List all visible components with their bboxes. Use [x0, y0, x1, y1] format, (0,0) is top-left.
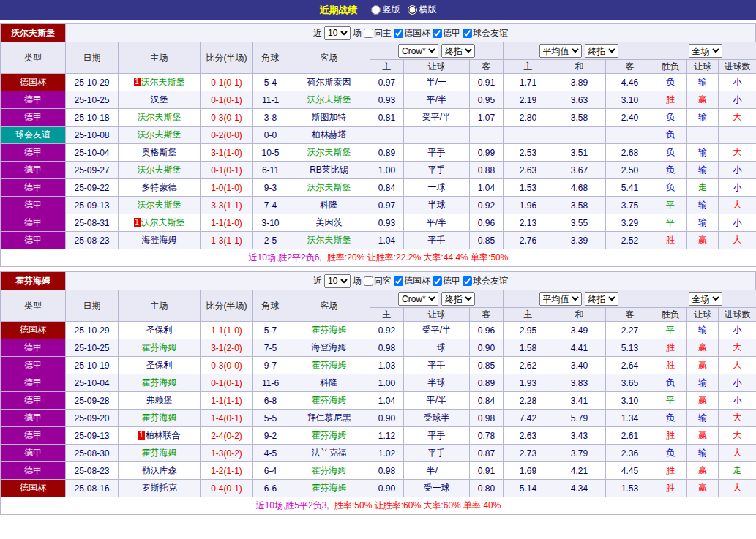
friendly-filter[interactable]: 球会友谊 [463, 27, 508, 39]
bundesliga-filter[interactable]: 德甲 [433, 275, 460, 287]
team-name-text: 沃尔夫斯堡 [138, 112, 181, 122]
avg-away-cell: 2.64 [606, 357, 654, 374]
team-name-text: 霍芬海姆 [142, 448, 177, 458]
team-name-text: 弗赖堡 [146, 395, 173, 405]
handicap-cell: 平/半 [404, 214, 470, 232]
odds-home-cell: 1.00 [370, 374, 404, 392]
avg-home-cell: 2.95 [504, 322, 553, 339]
team-name-text: 科隆 [321, 200, 338, 210]
friendly-checkbox[interactable] [463, 29, 472, 38]
scope-group-header: 全场 [654, 42, 756, 60]
away-team-cell: 霍芬海姆 [288, 427, 370, 445]
vertical-layout-radio[interactable] [371, 5, 381, 15]
odds-stage-select[interactable]: 终指 [441, 44, 475, 58]
team-name-text: 拜仁慕尼黑 [307, 412, 351, 423]
red-card-badge: 1 [134, 78, 141, 86]
goals-cell: 小 [719, 91, 756, 109]
avg-away-cell: 4.46 [606, 74, 654, 91]
bundesliga-checkbox[interactable] [433, 29, 442, 38]
match-count-select[interactable]: 10 [324, 274, 351, 288]
team-name-text: 霍芬海姆 [312, 465, 347, 475]
avg-source-select[interactable]: 平均值 [539, 44, 582, 58]
col-odds-away: 客 [470, 308, 504, 322]
match-date-cell: 25-08-31 [66, 214, 119, 232]
same-venue-checkbox[interactable] [364, 276, 373, 286]
col-avg-away: 客 [606, 308, 654, 322]
friendly-filter[interactable]: 球会友谊 [463, 275, 508, 287]
same-venue-filter[interactable]: 同主 [364, 27, 392, 39]
team-name-text: 多特蒙德 [142, 182, 177, 192]
team-name-text: 圣保利 [146, 360, 173, 370]
handicap-cell: 受平/半 [404, 322, 470, 339]
match-row: 德甲25-08-30霍芬海姆1-3(0-2)4-5法兰克福1.02平手0.872… [1, 445, 756, 462]
odds-home-cell: 0.89 [370, 144, 404, 162]
team-section-wolfsburg: 沃尔夫斯堡 近 10 场 同主 德国杯 德甲 球会友谊 类型 日期 主场 比分(… [0, 23, 756, 267]
col-result: 胜负 [654, 60, 687, 74]
same-venue-filter[interactable]: 同客 [364, 275, 392, 287]
odds-away-cell: 0.96 [470, 214, 504, 232]
odds-away-cell: 1.04 [470, 179, 504, 197]
avg-group-header: 平均值终指 [504, 42, 654, 60]
odds-away-cell: 0.91 [470, 462, 504, 480]
match-row: 德甲25-08-311沃尔夫斯堡1-1(1-0)3-10美因茨0.93平/半0.… [1, 214, 756, 232]
team-name-text: 霍芬海姆 [312, 325, 347, 335]
match-date-cell: 25-08-23 [66, 462, 119, 480]
cup-checkbox[interactable] [394, 29, 403, 38]
odds-source-select[interactable]: Crow* [398, 292, 438, 306]
avg-draw-cell: 3.49 [553, 322, 606, 339]
handicap-cell: 一球 [404, 339, 470, 357]
match-date-cell: 25-09-13 [66, 197, 119, 214]
avg-draw-cell: 5.79 [553, 410, 606, 427]
team-name-text: 汉堡 [151, 94, 168, 105]
avg-source-select[interactable]: 平均值 [539, 292, 582, 306]
odds-stage-select[interactable]: 终指 [441, 292, 475, 306]
avg-stage-select[interactable]: 终指 [585, 292, 618, 306]
away-team-cell: 沃尔夫斯堡 [288, 179, 370, 197]
avg-away-cell: 2.36 [606, 445, 654, 462]
horizontal-layout-radio[interactable] [408, 5, 417, 15]
handicap-cell: 受球半 [404, 410, 470, 427]
avg-away-cell: 2.52 [606, 232, 654, 249]
col-odds-home: 主 [370, 308, 404, 322]
col-score: 比分(半场) [201, 290, 253, 322]
home-team-cell: 1柏林联合 [119, 427, 201, 445]
handicap-result-cell: 走 [687, 179, 719, 197]
odds-source-select[interactable]: Crow* [398, 44, 438, 58]
near-label: 近 [313, 27, 322, 39]
match-date-cell: 25-10-04 [66, 144, 119, 162]
friendly-checkbox[interactable] [463, 276, 472, 286]
horizontal-layout-option[interactable]: 横版 [408, 4, 437, 16]
bundesliga-filter[interactable]: 德甲 [433, 27, 460, 39]
scope-select[interactable]: 全场 [689, 292, 722, 306]
col-type: 类型 [1, 290, 66, 322]
team-section-hoffenheim: 霍芬海姆 近 10 场 同客 德国杯 德甲 球会友谊 类型 日期 主场 比分(半… [0, 271, 756, 515]
odds-home-cell: 1.00 [370, 162, 404, 179]
odds-away-cell: 0.85 [470, 357, 504, 374]
filter-bar: 近 10 场 同客 德国杯 德甲 球会友谊 [66, 272, 755, 290]
score-cell: 1-2(1-1) [201, 462, 253, 480]
avg-draw-cell: 3.67 [553, 162, 606, 179]
result-cell: 胜 [654, 427, 687, 445]
cup-filter[interactable]: 德国杯 [394, 275, 430, 287]
bundesliga-checkbox[interactable] [433, 276, 442, 286]
vertical-layout-option[interactable]: 竖版 [371, 4, 400, 16]
goals-cell: 大 [719, 427, 756, 445]
cup-filter[interactable]: 德国杯 [394, 27, 430, 39]
result-cell: 胜 [654, 480, 687, 497]
away-team-cell: 霍芬海姆 [288, 322, 370, 339]
away-team-cell: 斯图加特 [288, 109, 370, 127]
scope-select[interactable]: 全场 [689, 44, 722, 58]
match-count-select[interactable]: 10 [324, 26, 351, 40]
avg-stage-select[interactable]: 终指 [585, 44, 618, 58]
summary-row: 近10场,胜2平2负6, 胜率:20% 让胜率:22.2% 大率:44.4% 单… [1, 249, 756, 267]
games-label: 场 [353, 27, 362, 39]
goals-cell: 大 [719, 197, 756, 214]
result-cell: 负 [654, 410, 687, 427]
match-row: 德国杯25-10-291沃尔夫斯堡0-1(0-1)5-4荷尔斯泰因0.97半/一… [1, 74, 756, 91]
col-odds-away: 客 [470, 60, 504, 74]
cup-checkbox[interactable] [394, 276, 403, 286]
handicap-result-cell [687, 127, 719, 144]
away-team-cell: 美因茨 [288, 214, 370, 232]
same-venue-checkbox[interactable] [364, 29, 373, 38]
avg-home-cell: 1.53 [504, 179, 553, 197]
